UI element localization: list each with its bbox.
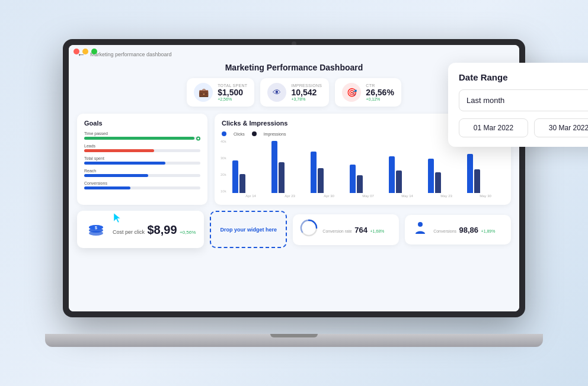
cost-change: +0,56%	[180, 230, 196, 235]
goal-bar-bg-0	[84, 137, 200, 140]
bar-group-4	[389, 156, 426, 193]
goal-time-passed: Time passed	[84, 131, 200, 140]
bar-impressions-3	[357, 175, 363, 193]
chart-bars	[232, 140, 504, 193]
goals-section: Goals Time passed Leads	[77, 114, 207, 205]
mini-kpi-label-conversions: Conversions	[433, 229, 456, 233]
chart-y-30k: 30k	[220, 156, 226, 160]
kpi-card-total-spent: 💼 Total spent $1,500 +2,56%	[187, 78, 254, 107]
goals-title: Goals	[84, 120, 200, 127]
bar-impressions-4	[396, 171, 402, 193]
bar-clicks-3	[350, 165, 356, 193]
bottom-row: $ Cost per click $8,99 +0,56%	[77, 211, 511, 248]
mini-kpi-change-conversions: +1,89%	[481, 229, 496, 233]
goal-leads: Leads	[84, 144, 200, 152]
chart-area: 40k 30k 20k 10k	[222, 140, 504, 199]
bar-clicks-4	[389, 156, 395, 193]
bar-group-2	[311, 152, 347, 193]
cost-per-click-card: $ Cost per click $8,99 +0,56%	[77, 211, 204, 248]
cost-value: $8,99	[147, 223, 177, 236]
svg-text:$: $	[95, 226, 97, 230]
goal-bar-fill-3	[84, 174, 148, 177]
person-icon	[412, 220, 429, 236]
cost-info: Cost per click $8,99 +0,56%	[113, 223, 196, 236]
popup-dates: 01 Mar 2022 30 Mar 2022	[459, 118, 588, 137]
goal-bar-fill-0	[84, 137, 194, 140]
goal-bar-bg-3	[84, 174, 200, 177]
chart-y-labels: 40k 30k 20k 10k	[220, 140, 226, 193]
dash-body: Goals Time passed Leads	[77, 114, 511, 205]
bar-group-0	[232, 160, 269, 193]
tl-yellow[interactable]	[82, 49, 88, 54]
legend-dot-clicks	[222, 131, 226, 136]
svg-point-7	[418, 222, 423, 227]
drop-widget[interactable]: Drop your widget here	[210, 211, 287, 248]
date-range-popup: Date Range Last month ▾ 01 Mar 2022 30 M…	[448, 63, 588, 147]
kpi-change-ctr: +0,12%	[366, 97, 394, 101]
conversion-rate-icon	[300, 219, 318, 240]
kpi-value-impressions: 10,542	[291, 88, 322, 98]
goal-label-4: Conversions	[84, 181, 200, 185]
kpi-icon-spent: 💼	[194, 83, 213, 102]
kpi-info-impressions: Impressions 10,542 +3,78%	[291, 83, 322, 102]
chart-y-40k: 40k	[220, 140, 226, 143]
bar-group-5	[428, 159, 465, 193]
goal-reach: Reach	[84, 169, 200, 177]
bar-clicks-2	[311, 152, 317, 193]
goal-label-3: Reach	[84, 169, 200, 173]
mini-kpi-value-conv-rate: 764	[354, 226, 368, 234]
mini-kpi-value-conversions: 98,86	[459, 226, 479, 234]
goal-bar-fill-4	[84, 186, 130, 189]
cursor-icon	[111, 212, 123, 224]
kpi-label-spent: Total spent	[218, 83, 247, 88]
chart-label-2: Apr 30	[311, 194, 347, 198]
bar-impressions-2	[318, 168, 324, 193]
drop-widget-label: Drop your widget here	[220, 227, 277, 233]
date-range-select[interactable]: Last month ▾	[459, 89, 588, 111]
kpi-icon-impressions: 👁	[267, 83, 286, 102]
mini-kpi-change-conv-rate: +1,68%	[370, 229, 384, 233]
bar-clicks-6	[467, 154, 473, 193]
tl-green[interactable]	[91, 49, 97, 54]
bar-group-1	[271, 141, 308, 193]
laptop-base	[45, 334, 543, 347]
chart-label-5: May 23	[428, 194, 465, 198]
bar-impressions-0	[239, 174, 245, 193]
tl-red[interactable]	[74, 49, 79, 54]
chart-label-1: Apr 23	[271, 194, 308, 198]
mini-kpi-conversion-rate-info: Conversion rate 764 +1,68%	[322, 224, 384, 235]
kpi-change-impressions: +3,78%	[291, 97, 322, 101]
kpi-label-impressions: Impressions	[291, 83, 322, 88]
goal-bar-bg-4	[84, 186, 200, 189]
bar-clicks-5	[428, 159, 434, 193]
kpi-value-spent: $1,500	[218, 88, 247, 98]
date-range-selected: Last month	[466, 96, 504, 105]
topbar: ← Marketing performance dashboard	[77, 50, 511, 59]
goal-bar-fill-2	[84, 162, 165, 165]
kpi-card-impressions: 👁 Impressions 10,542 +3,78%	[260, 78, 329, 107]
kpi-info-ctr: CTR 26,56% +0,12%	[366, 83, 394, 102]
mini-kpi-label-conv-rate: Conversion rate	[322, 229, 351, 233]
chart-label-0: Apr 14	[232, 194, 269, 198]
end-date-button[interactable]: 30 Mar 2022	[534, 118, 588, 137]
chart-y-10k: 10k	[220, 189, 226, 193]
goal-label-0: Time passed	[84, 131, 200, 136]
goal-bar-bg-1	[84, 149, 200, 152]
bar-clicks-1	[271, 141, 277, 193]
kpi-row: 💼 Total spent $1,500 +2,56% 👁 Impression…	[77, 78, 511, 107]
cost-icon: $	[85, 217, 107, 242]
goal-label-1: Leads	[84, 144, 200, 148]
traffic-lights	[74, 49, 97, 54]
bar-group-6	[467, 154, 504, 193]
chart-label-6: May 30	[467, 194, 504, 198]
goal-bar-fill-1	[84, 149, 154, 152]
goal-dot-0	[196, 136, 200, 140]
goal-bar-bg-2	[84, 162, 200, 165]
start-date-button[interactable]: 01 Mar 2022	[459, 118, 528, 137]
kpi-value-ctr: 26,56%	[366, 88, 394, 98]
bar-impressions-6	[474, 169, 480, 193]
mini-kpi-conversions-info: Conversions 98,86 +1,89%	[433, 224, 495, 235]
bar-clicks-0	[232, 160, 238, 193]
goal-total-spent: Total spent	[84, 156, 200, 165]
cost-stacked-coins-icon: $	[85, 217, 107, 238]
